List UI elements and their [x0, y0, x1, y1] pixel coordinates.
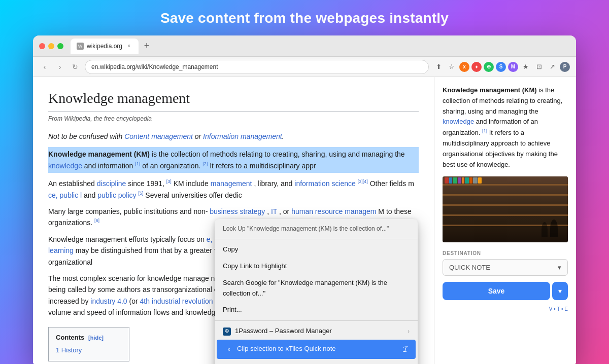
- tab-favicon: W: [77, 43, 84, 50]
- wiki-p2-text7: Several universities offer dedic: [145, 191, 242, 199]
- destination-dropdown[interactable]: QUICK NOTE ▾: [443, 259, 568, 276]
- wiki-p1-text1: is the collection of methods relating to…: [152, 150, 405, 158]
- wiki-p5-text1: The most complex scenario for knowledge …: [48, 274, 209, 282]
- wiki-link-knowledge[interactable]: knowledge: [48, 162, 82, 170]
- xtiles-icon: x: [225, 345, 233, 353]
- context-menu-copy[interactable]: Copy: [215, 241, 418, 258]
- ext-icon-3[interactable]: ⊕: [484, 62, 494, 72]
- context-menu-divider-2: [215, 320, 418, 321]
- minimize-button-yellow[interactable]: [48, 43, 54, 49]
- wiki-content-area: Knowledge management From Wikipedia, the…: [33, 77, 434, 364]
- wiki-ref-6[interactable]: [6]: [94, 219, 99, 224]
- wiki-p1-bold: Knowledge management (KM): [48, 150, 150, 158]
- wiki-subtitle: From Wikipedia, the free encyclopedia: [48, 114, 419, 124]
- panel-bold: Knowledge management (KM): [443, 86, 537, 94]
- vtc-badge: V • T • E: [443, 306, 568, 312]
- wiki-italic-note: Not to be confused with Content manageme…: [48, 131, 419, 142]
- wiki-ref-34[interactable]: [3][4]: [358, 179, 368, 185]
- panel-ref[interactable]: [1]: [482, 128, 487, 133]
- wiki-p1-text3: of an organization.: [142, 162, 200, 170]
- wiki-link-hr[interactable]: human resource managem: [291, 207, 376, 215]
- toolbar-actions: ⬆ ☆ x ♦ ⊕ S M ★ ⊡ ↗ P: [433, 61, 570, 72]
- wiki-para-1: Knowledge management (KM) is the collect…: [48, 147, 419, 173]
- wiki-para-2: An established discipline since 1991, [3…: [48, 178, 419, 201]
- address-bar[interactable]: en.wikipedia.org/wiki/Knowledge_manageme…: [85, 60, 429, 74]
- wiki-ref-3[interactable]: [3]: [166, 179, 172, 185]
- tab-bar: W wikipedia.org × +: [71, 39, 570, 54]
- wiki-p2-text4: , library, and: [254, 179, 294, 188]
- dropdown-chevron-icon: ▾: [558, 264, 561, 271]
- clip-xtiles-label: Clip selection to xTiles Quick note: [237, 344, 336, 354]
- panel-link-knowledge[interactable]: knowledge: [443, 118, 474, 125]
- wiki-ref-2[interactable]: [2]: [202, 161, 208, 166]
- context-menu-1password[interactable]: ① 1Password – Password Manager ›: [215, 323, 418, 340]
- ext-icon-2[interactable]: ♦: [471, 62, 482, 72]
- wiki-p5-text5: (or: [129, 297, 140, 305]
- browser-tab[interactable]: W wikipedia.org ×: [71, 39, 139, 54]
- wiki-link-biz-strategy[interactable]: business strategy: [210, 207, 265, 215]
- ext-icon-1[interactable]: x: [459, 62, 469, 72]
- wiki-link-info-science[interactable]: information science: [294, 179, 356, 188]
- wiki-link-4th-revolution[interactable]: 4th industrial revolution: [140, 297, 213, 305]
- traffic-lights: [39, 43, 63, 49]
- print-label: Print...: [223, 305, 242, 315]
- wiki-p1-text4: It refers to a multidisciplinary appr: [210, 162, 316, 170]
- contents-hide-link[interactable]: [hide]: [88, 335, 104, 341]
- new-tab-button[interactable]: +: [141, 40, 153, 52]
- context-menu-copy-link[interactable]: Copy Link to Highlight: [215, 258, 418, 275]
- contents-item-1[interactable]: 1 History: [56, 345, 122, 356]
- wiki-p2-text3: KM include: [174, 179, 209, 188]
- reload-button[interactable]: ↻: [70, 61, 81, 72]
- wiki-ref-5[interactable]: [5]: [138, 191, 143, 196]
- address-text: en.wikipedia.org/wiki/Knowledge_manageme…: [91, 63, 218, 70]
- browser-window: W wikipedia.org × + ‹ › ↻ en.wikipedia.o…: [33, 35, 576, 364]
- browser-toolbar: ‹ › ↻ en.wikipedia.org/wiki/Knowledge_ma…: [33, 57, 576, 77]
- destination-value: QUICK NOTE: [449, 264, 490, 271]
- wiki-p3-text3: , or: [279, 207, 291, 215]
- browser-content: Knowledge management From Wikipedia, the…: [33, 77, 576, 364]
- profile-icon[interactable]: P: [560, 62, 570, 72]
- maximize-button-green[interactable]: [57, 43, 63, 49]
- wiki-p3-text2: ,: [267, 207, 271, 215]
- back-button[interactable]: ‹: [39, 61, 50, 72]
- search-google-label: Search Google for "Knowledge management …: [223, 278, 410, 299]
- ext-icon-6[interactable]: ★: [520, 61, 531, 72]
- context-menu-highlight-text[interactable]: ✎ Highlight Text: [215, 359, 418, 364]
- context-menu-header: Look Up "Knowledge management (KM) is th…: [215, 221, 418, 237]
- forward-button[interactable]: ›: [54, 61, 65, 72]
- wiki-ref-1[interactable]: [1]: [135, 161, 140, 166]
- save-bar: Save ▾: [443, 282, 568, 300]
- ext-icon-7[interactable]: ⊡: [533, 61, 545, 72]
- save-dropdown-button[interactable]: ▾: [552, 282, 568, 300]
- close-button-red[interactable]: [39, 43, 45, 49]
- context-menu-print[interactable]: Print...: [215, 302, 418, 318]
- wiki-link-discipline[interactable]: discipline: [97, 179, 126, 188]
- contents-box: Contents [hide] 1 History: [48, 327, 129, 361]
- bookmark-icon[interactable]: ☆: [446, 61, 457, 72]
- context-menu-clip-xtiles[interactable]: x Clip selection to xTiles Quick note 𝓘: [217, 340, 416, 359]
- wiki-link-mgmt[interactable]: management: [211, 179, 252, 188]
- wiki-link-content-mgmt[interactable]: Content management: [124, 132, 193, 140]
- library-visual: [443, 176, 568, 242]
- ext-icon-4[interactable]: S: [496, 62, 506, 72]
- wiki-link-public-policy[interactable]: public policy: [97, 191, 136, 199]
- side-panel: Knowledge management (KM) is the collect…: [434, 77, 576, 364]
- wiki-link-public-l[interactable]: ce, public l: [48, 191, 82, 199]
- tab-close-icon[interactable]: ×: [125, 43, 132, 50]
- destination-section: DESTINATION QUICK NOTE ▾: [443, 250, 568, 276]
- share-icon[interactable]: ⬆: [433, 61, 444, 72]
- context-menu-divider-1: [215, 239, 418, 239]
- panel-library-image: [443, 176, 568, 242]
- ext-icon-5[interactable]: M: [508, 62, 518, 72]
- save-button[interactable]: Save: [443, 282, 550, 300]
- wiki-p3-text1: Many large companies, public institution…: [48, 207, 208, 215]
- highlight-label: Highlight Text: [235, 362, 275, 364]
- wiki-link-info-mgmt[interactable]: Information management: [203, 132, 282, 140]
- wiki-p2-text1: An established: [48, 179, 97, 188]
- wiki-link-industry40[interactable]: industry 4.0: [90, 297, 127, 305]
- browser-titlebar: W wikipedia.org × +: [33, 35, 576, 57]
- wiki-p4-text1: Knowledge management efforts typically f…: [48, 235, 207, 243]
- wiki-link-it[interactable]: IT: [271, 207, 277, 215]
- context-menu-search-google[interactable]: Search Google for "Knowledge management …: [215, 275, 418, 302]
- ext-icon-8[interactable]: ↗: [547, 61, 558, 72]
